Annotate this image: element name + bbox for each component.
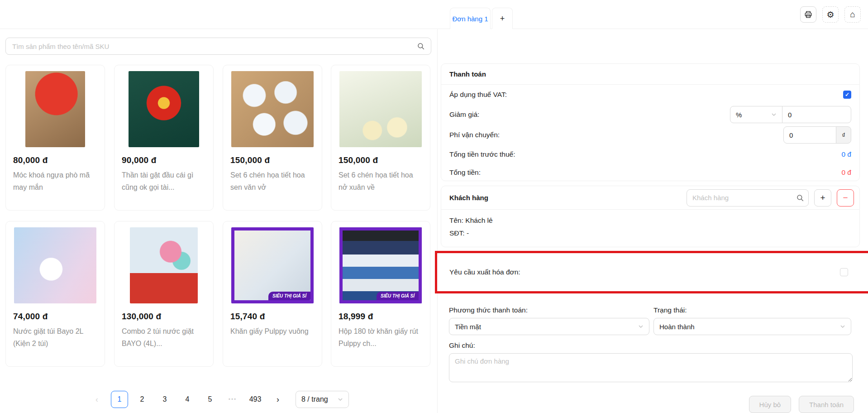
add-customer-button[interactable]: + xyxy=(814,189,831,206)
shipping-input[interactable] xyxy=(784,131,836,139)
page-2[interactable]: 2 xyxy=(134,391,151,408)
print-button[interactable] xyxy=(800,6,816,23)
gear-icon: ⚙ xyxy=(826,10,834,20)
product-image xyxy=(339,71,422,147)
page-size-value: 8 / trang xyxy=(301,395,328,403)
customer-search xyxy=(687,189,809,206)
product-price: 18,999 đ xyxy=(339,312,423,322)
product-card[interactable]: 130,000 đ Combo 2 túi nước giặt BAYO (4L… xyxy=(114,221,214,367)
product-image xyxy=(25,71,85,147)
header-toolbar: ⚙ ⌂ xyxy=(800,6,861,23)
remove-customer-button[interactable]: − xyxy=(837,189,854,206)
product-price: 15,740 đ xyxy=(230,312,315,322)
cancel-button[interactable]: Hủy bỏ xyxy=(749,396,792,413)
prev-page-button[interactable]: ‹ xyxy=(88,391,105,408)
discount-field-wrap xyxy=(782,106,851,123)
discount-input[interactable] xyxy=(782,111,851,119)
payment-method-select[interactable]: Tiền mặt xyxy=(449,318,649,335)
settings-button[interactable]: ⚙ xyxy=(822,6,839,23)
vat-label: Áp dụng thuế VAT: xyxy=(449,91,507,99)
product-price: 150,000 đ xyxy=(230,155,315,165)
printer-icon xyxy=(804,10,813,19)
product-card[interactable]: 80,000 đ Móc khoá ngựa phò mã may mắn xyxy=(5,65,105,211)
tab-order-label: Đơn hàng 1 xyxy=(452,15,488,23)
page-3[interactable]: 3 xyxy=(156,391,173,408)
chevron-down-icon xyxy=(338,397,343,402)
total-label: Tổng tiền: xyxy=(449,168,481,177)
product-name: Thần tài gật đầu cái gì cũng ok gọi tài.… xyxy=(122,169,206,193)
status-value: Hoàn thành xyxy=(659,323,695,331)
product-price: 150,000 đ xyxy=(339,155,423,165)
tab-order-1[interactable]: Đơn hàng 1 xyxy=(450,8,491,29)
vat-checkbox[interactable]: ✓ xyxy=(843,91,851,99)
image-badge: SIÊU THỊ GIÁ SỈ xyxy=(377,292,419,300)
product-card[interactable]: 150,000 đ Set 6 chén họa tiết hoa nở xuâ… xyxy=(331,65,430,211)
page-size-select[interactable]: 8 / trang xyxy=(296,391,349,408)
customer-phone: SĐT: - xyxy=(449,227,851,240)
search-icon[interactable] xyxy=(796,194,804,202)
page-4[interactable]: 4 xyxy=(179,391,196,408)
customer-name: Tên: Khách lẻ xyxy=(449,214,851,227)
discount-unit-value: % xyxy=(736,111,742,119)
note-label: Ghi chú: xyxy=(449,341,853,350)
subtotal-label: Tổng tiền trước thuế: xyxy=(449,150,515,158)
home-icon: ⌂ xyxy=(850,10,855,19)
customer-search-input[interactable] xyxy=(687,189,809,206)
payment-method-label: Phương thức thanh toán: xyxy=(449,306,649,314)
product-card[interactable]: 74,000 đ Nước giặt túi Bayo 2L (Kiện 2 t… xyxy=(5,221,105,367)
product-image xyxy=(231,71,314,147)
order-options: Phương thức thanh toán: Tiền mặt Trạng t… xyxy=(449,306,851,335)
product-card[interactable]: 150,000 đ Set 6 chén họa tiết hoa sen vă… xyxy=(223,65,322,211)
app-header: Đơn hàng 1 + ⚙ ⌂ xyxy=(0,0,868,29)
page-1[interactable]: 1 xyxy=(111,391,128,408)
next-page-button[interactable]: › xyxy=(269,391,286,408)
customer-title: Khách hàng xyxy=(449,194,488,202)
new-order-tab-button[interactable]: + xyxy=(492,8,513,29)
page-last[interactable]: 493 xyxy=(247,391,264,408)
ellipsis-icon[interactable]: ••• xyxy=(224,391,241,408)
product-price: 80,000 đ xyxy=(13,155,97,165)
payment-method-value: Tiền mặt xyxy=(455,323,481,331)
invoice-request-label: Yêu cầu xuất hóa đơn: xyxy=(449,268,520,276)
product-name: Móc khoá ngựa phò mã may mắn xyxy=(13,169,97,193)
discount-label: Giảm giá: xyxy=(449,110,479,119)
shipping-field-wrap xyxy=(783,126,836,144)
product-card[interactable]: 90,000 đ Thần tài gật đầu cái gì cũng ok… xyxy=(114,65,214,211)
invoice-request-highlight: Yêu cầu xuất hóa đơn: xyxy=(435,251,868,293)
product-card[interactable]: SIÊU THỊ GIÁ SỈ 15,740 đ Khăn giấy Pulpp… xyxy=(223,221,322,367)
discount-unit-select[interactable]: % xyxy=(730,106,782,123)
discount-input-group: % xyxy=(730,106,851,123)
order-actions: Hủy bỏ Thanh toán xyxy=(749,396,854,413)
product-image xyxy=(130,227,198,303)
status-select[interactable]: Hoàn thành xyxy=(653,318,851,335)
product-price: 90,000 đ xyxy=(122,155,206,165)
checkout-button[interactable]: Thanh toán xyxy=(799,396,854,413)
order-panel: Thanh toán Áp dụng thuế VAT: ✓ Giảm giá:… xyxy=(438,29,868,413)
status-label: Trạng thái: xyxy=(653,306,851,314)
product-search-input[interactable] xyxy=(5,38,431,55)
payment-title: Thanh toán xyxy=(441,64,859,85)
product-card[interactable]: SIÊU THỊ GIÁ SỈ 18,999 đ Hộp 180 tờ khăn… xyxy=(331,221,430,367)
note-textarea[interactable] xyxy=(449,353,853,382)
invoice-request-checkbox[interactable] xyxy=(840,268,848,276)
search-icon[interactable] xyxy=(417,42,425,50)
shipping-input-group: ₫ xyxy=(783,126,851,144)
page-5[interactable]: 5 xyxy=(201,391,219,408)
home-button[interactable]: ⌂ xyxy=(844,6,861,23)
minus-icon: − xyxy=(843,193,848,203)
product-name: Set 6 chén họa tiết hoa sen văn vở xyxy=(230,169,315,193)
currency-suffix: ₫ xyxy=(836,126,851,144)
note-section: Ghi chú: xyxy=(449,341,853,384)
customer-section: Khách hàng + − Tên: Khách lẻ SĐT: - xyxy=(441,186,860,247)
subtotal-value: 0 đ xyxy=(841,150,851,158)
image-badge: SIÊU THỊ GIÁ SỈ xyxy=(268,292,310,300)
product-image xyxy=(14,227,96,303)
total-value: 0 đ xyxy=(841,168,851,177)
plus-icon: + xyxy=(820,193,825,203)
chevron-down-icon xyxy=(771,112,777,117)
product-name: Set 6 chén họa tiết hoa nở xuân về xyxy=(339,169,423,193)
product-name: Combo 2 túi nước giặt BAYO (4L)... xyxy=(122,325,206,350)
product-name: Nước giặt túi Bayo 2L (Kiện 2 túi) xyxy=(13,325,97,350)
shipping-label: Phí vận chuyển: xyxy=(449,131,500,139)
chevron-down-icon xyxy=(840,324,845,329)
